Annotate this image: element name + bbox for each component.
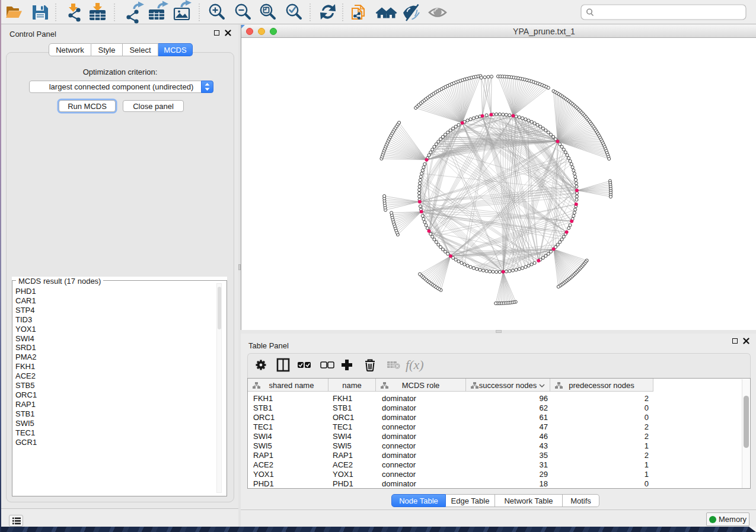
svg-text:f(x): f(x)	[406, 357, 424, 372]
